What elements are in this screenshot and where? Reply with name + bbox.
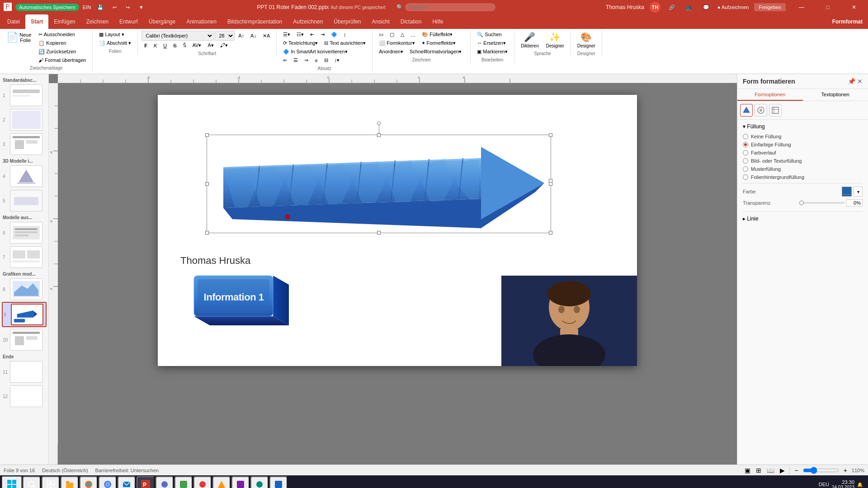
search-input[interactable]: [405, 3, 495, 11]
align-left-btn[interactable]: ⇐: [280, 56, 290, 64]
italic-btn[interactable]: K: [151, 42, 160, 49]
increase-indent-btn[interactable]: ⇥: [318, 31, 327, 38]
taskbar-misc1-btn[interactable]: [156, 476, 174, 488]
kontur-btn[interactable]: ⬜ Formkontur▾: [376, 39, 417, 47]
handle-tl[interactable]: [205, 133, 209, 137]
reading-view-btn[interactable]: 📖: [766, 467, 775, 474]
font-color-btn[interactable]: A▾: [205, 42, 216, 49]
bold-btn[interactable]: F: [142, 42, 150, 49]
ersetzen-btn[interactable]: ↔ Ersetzen▾: [474, 39, 508, 47]
taskbar-chrome-btn[interactable]: [99, 476, 117, 488]
slide-thumb-10[interactable]: 10: [2, 328, 47, 352]
tab-textoptionen[interactable]: Textoptionen: [803, 89, 868, 101]
numbering-btn[interactable]: ☷▾: [294, 31, 307, 38]
fuellung-section-header[interactable]: ▾ Füllung: [743, 123, 863, 130]
option-musterfuellung[interactable]: Musterfüllung: [743, 165, 863, 173]
shadow-btn[interactable]: S̈: [180, 42, 189, 49]
tab-hilfe[interactable]: Hilfe: [427, 14, 448, 29]
textrichtung-btn[interactable]: ⟳ Textrichtung▾: [280, 39, 321, 47]
align-right-btn[interactable]: ⇒: [302, 56, 311, 64]
taskbar-search-btn[interactable]: [23, 476, 41, 488]
maximize-btn[interactable]: □: [817, 0, 838, 14]
shape-tri-btn[interactable]: △: [398, 31, 407, 38]
slide-canvas[interactable]: Information 1 Thomas Hruska: [158, 95, 637, 366]
freigeben-btn[interactable]: Freigeben: [754, 3, 786, 11]
slide-thumb-8[interactable]: 8: [2, 277, 47, 301]
zoom-slider[interactable]: [803, 467, 839, 474]
underline-btn[interactable]: U: [160, 42, 170, 49]
option-keine-fuellung[interactable]: Keine Füllung: [743, 132, 863, 141]
tab-entwurf[interactable]: Entwurf: [114, 14, 143, 29]
tab-datei[interactable]: Datei: [2, 14, 25, 29]
slide-scroll-area[interactable]: Information 1 Thomas Hruska: [58, 83, 737, 465]
slide-thumb-5[interactable]: 5: [2, 189, 47, 212]
fuellung-btn[interactable]: 🎨 Fülleffekt▾: [419, 31, 455, 38]
tab-dictation[interactable]: Dictation: [395, 14, 427, 29]
zuruecksetzen-btn[interactable]: 🔃 Zurücksetzen: [36, 48, 89, 56]
close-btn[interactable]: ✕: [844, 0, 864, 14]
abschnitt-btn[interactable]: 📑 Abschnitt ▾: [96, 39, 134, 47]
column2-btn[interactable]: ⊟: [321, 56, 331, 64]
save-btn[interactable]: 💾: [94, 4, 106, 11]
taskbar-email-btn[interactable]: [118, 476, 136, 488]
tab-zeichnen[interactable]: Zeichnen: [81, 14, 114, 29]
info-block[interactable]: Information 1: [180, 267, 293, 339]
autosave-toggle[interactable]: Automatisches Speichern: [15, 4, 79, 11]
tab-aufzeichnen[interactable]: Aufzeichnen: [288, 14, 328, 29]
formeffekt-btn[interactable]: ✦ Formeffekte▾: [419, 39, 459, 47]
tab-formformat[interactable]: Formformat: [827, 14, 868, 29]
notification-btn[interactable]: 🔔: [857, 482, 863, 487]
neue-folie-btn[interactable]: 📄 NeueFolie: [4, 31, 34, 44]
panel-close-btn[interactable]: ✕: [857, 78, 863, 85]
taskbar-firefox-btn[interactable]: [80, 476, 98, 488]
share-icon[interactable]: 🔗: [666, 4, 678, 11]
handle-tr[interactable]: [549, 133, 552, 137]
markieren-btn[interactable]: ▣ Markieren▾: [474, 48, 510, 56]
taskbar-misc7-btn[interactable]: [269, 476, 288, 488]
option-einfarbige-fuellung[interactable]: Einfarbige Füllung: [743, 141, 863, 149]
tab-animationen[interactable]: Animationen: [181, 14, 222, 29]
option-bild-textur[interactable]: Bild- oder Texturfüllung: [743, 157, 863, 165]
slide-thumb-4[interactable]: 4: [2, 164, 47, 188]
suchen-btn[interactable]: 🔍 Suchen: [474, 31, 504, 38]
size-position-icon[interactable]: [769, 104, 782, 117]
slide-thumb-3[interactable]: 3: [2, 132, 47, 156]
slide-thumb-11[interactable]: 11: [2, 360, 47, 384]
minimize-btn[interactable]: —: [791, 0, 812, 14]
slide-thumb-6[interactable]: 6: [2, 221, 47, 244]
tab-formoptionen[interactable]: Formoptionen: [737, 89, 803, 101]
transparenz-input[interactable]: [846, 199, 863, 206]
farbe-dropdown-btn[interactable]: ▾: [854, 187, 863, 197]
smartart-btn[interactable]: 🔷: [328, 31, 340, 38]
linie-section-header[interactable]: ▸ Linie: [743, 216, 863, 222]
highlight-btn[interactable]: 🖍▾: [217, 42, 231, 49]
decrease-indent-btn[interactable]: ⇤: [307, 31, 317, 38]
slide-thumb-9[interactable]: 9: [2, 302, 47, 327]
increase-font-btn[interactable]: A↑: [236, 32, 247, 39]
transparenz-slider[interactable]: [799, 202, 844, 204]
slide-thumb-12[interactable]: 12: [2, 385, 47, 408]
anordnen-btn[interactable]: Anordnen▾: [376, 48, 406, 56]
tab-ueberpruefen[interactable]: Überprüfen: [328, 14, 366, 29]
font-family-selector[interactable]: Calibri (Textkörper): [142, 31, 214, 41]
format-uebertragen-btn[interactable]: 🖌 Format übertragen: [36, 56, 89, 64]
designer-btn[interactable]: ✨ Designer: [543, 31, 567, 49]
shape-round-btn[interactable]: ▢: [387, 31, 397, 38]
option-farbverlauf[interactable]: Farbverlauf: [743, 149, 863, 157]
font-size-selector[interactable]: 28: [215, 31, 235, 41]
align-center-btn[interactable]: ☰: [291, 56, 301, 64]
panel-pin-btn[interactable]: 📌: [848, 78, 855, 85]
handle-ml[interactable]: [205, 182, 209, 186]
zoom-out-btn[interactable]: −: [793, 467, 799, 474]
tab-einfuegen[interactable]: Einfügen: [48, 14, 80, 29]
slide-thumb-7[interactable]: 7: [2, 245, 47, 269]
taskbar-misc4-btn[interactable]: [212, 476, 231, 488]
handle-bl[interactable]: [205, 231, 209, 235]
ausschneiden-btn[interactable]: ✂ Ausschneiden: [36, 31, 89, 38]
bullet-btn[interactable]: ☰▾: [280, 31, 293, 38]
clear-format-btn[interactable]: ✕A: [260, 32, 273, 40]
shape-effects-icon[interactable]: [755, 104, 767, 117]
more-btn[interactable]: ▼: [136, 4, 146, 11]
farbe-swatch[interactable]: [842, 187, 852, 197]
fill-effect-icon[interactable]: [740, 104, 753, 117]
